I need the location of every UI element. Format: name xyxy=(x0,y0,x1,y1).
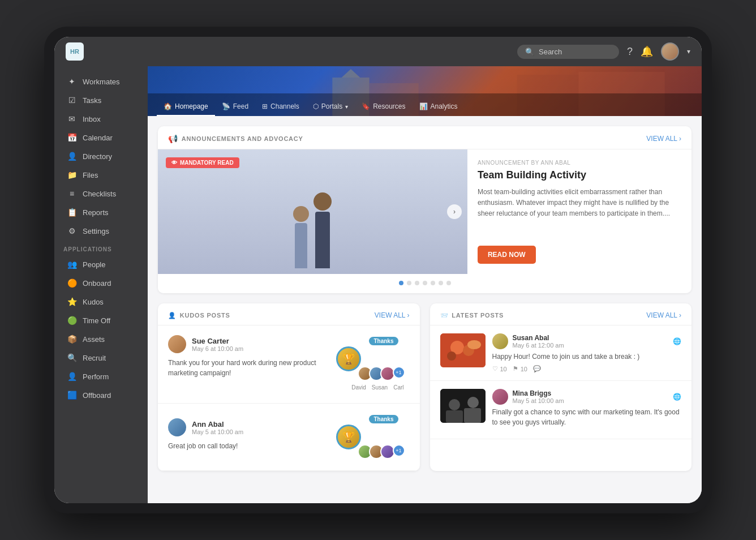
dot-3[interactable] xyxy=(415,281,419,285)
kudos-plus-1: +1 xyxy=(393,366,405,379)
sidebar-item-inbox[interactable]: ✉ Inbox xyxy=(58,110,144,128)
sidebar-item-settings[interactable]: ⚙ Settings xyxy=(58,222,144,240)
kudos-author-name-2: Ann Abal xyxy=(192,420,243,428)
heart-icon: ♡ xyxy=(492,365,498,372)
kudos-text-1: Thank you for your hard work during new … xyxy=(168,358,319,378)
kudos-text-2: Great job on call today! xyxy=(168,441,319,451)
svg-marker-1 xyxy=(342,69,360,78)
feed-icon: 📡 xyxy=(222,102,230,110)
kudos-author-info-1: Sue Carter May 6 at 10:00 am xyxy=(192,337,243,352)
mina-avatar xyxy=(492,389,508,405)
tab-homepage[interactable]: 🏠 Homepage xyxy=(157,98,215,116)
sidebar-item-assets[interactable]: 📦 Assets xyxy=(58,330,144,348)
latest-post-2: Mina Briggs May 5 at 10:00 am 🌐 Finally … xyxy=(430,381,692,439)
analytics-icon: 📊 xyxy=(419,102,428,110)
sidebar-label-inbox: Inbox xyxy=(83,115,101,123)
tab-analytics-label: Analytics xyxy=(431,102,458,110)
tab-channels[interactable]: ⊞ Channels xyxy=(255,98,306,116)
tab-analytics[interactable]: 📊 Analytics xyxy=(413,98,465,116)
user-avatar[interactable] xyxy=(661,42,679,61)
people-thumbnail xyxy=(440,389,486,423)
latest-posts-icon: 📨 xyxy=(440,312,449,319)
sidebar-item-onboard[interactable]: 🟠 Onboard xyxy=(58,274,144,292)
sidebar-label-calendar: Calendar xyxy=(83,134,113,142)
announcements-header: 📢 ANNOUNCEMENTS AND ADVOCACY VIEW ALL › xyxy=(158,126,691,149)
kudos-chevron-icon: › xyxy=(407,311,410,319)
sidebar-item-offboard[interactable]: 🟦 Offboard xyxy=(58,386,144,404)
person-body-1 xyxy=(295,223,307,268)
sidebar-item-workmates[interactable]: ✦ Workmates xyxy=(58,72,144,91)
sidebar-item-directory[interactable]: 👤 Directory xyxy=(58,147,144,165)
sidebar-label-perform: Perform xyxy=(83,372,109,381)
sidebar-label-checklists: Checklists xyxy=(83,190,116,198)
sidebar-item-kudos[interactable]: ⭐ Kudos xyxy=(58,293,144,311)
sidebar-label-files: Files xyxy=(83,171,98,179)
person-head-1 xyxy=(293,206,309,222)
top-bar-right: 🔍 Search ? 🔔 ▾ xyxy=(517,42,690,61)
dot-5[interactable] xyxy=(431,281,435,285)
susan-avatar xyxy=(492,333,508,349)
announcement-next-arrow[interactable]: › xyxy=(447,204,462,219)
read-now-button[interactable]: READ NOW xyxy=(478,246,536,264)
sidebar-item-tasks[interactable]: ☑ Tasks xyxy=(58,91,144,109)
sidebar-label-tasks: Tasks xyxy=(83,96,101,105)
sidebar-item-files[interactable]: 📁 Files xyxy=(58,166,144,184)
tab-portals[interactable]: ⬡ Portals ▾ xyxy=(306,98,355,116)
kudos-view-all[interactable]: VIEW ALL › xyxy=(375,311,410,319)
sidebar-item-people[interactable]: 👥 People xyxy=(58,255,144,273)
like-action-1[interactable]: ♡ 10 xyxy=(492,365,507,372)
sidebar-item-reports[interactable]: 📋 Reports xyxy=(58,203,144,221)
chevron-right-icon: › xyxy=(679,135,681,143)
search-icon: 🔍 xyxy=(525,48,534,56)
announcements-view-all[interactable]: VIEW ALL › xyxy=(646,135,681,143)
files-icon: 📁 xyxy=(67,170,77,179)
dot-1[interactable] xyxy=(399,281,403,285)
announcement-text: ANNOUNCEMENT BY ANN ABAL Team Building A… xyxy=(467,149,691,274)
offboard-icon: 🟦 xyxy=(67,391,77,400)
sidebar-item-timeoff[interactable]: 🟢 Time Off xyxy=(58,311,144,329)
dot-4[interactable] xyxy=(423,281,427,285)
chevron-down-icon[interactable]: ▾ xyxy=(687,48,690,55)
kudos-name-susan: Susan xyxy=(372,384,388,391)
globe-icon-2: 🌐 xyxy=(673,393,681,401)
kudos-name-carl: Carl xyxy=(393,384,403,391)
sidebar-item-checklists[interactable]: ≡ Checklists xyxy=(58,185,144,203)
checklists-icon: ≡ xyxy=(67,189,77,198)
kudos-author-info-2: Ann Abal May 5 at 10:00 am xyxy=(192,420,243,435)
people-svg xyxy=(440,389,486,423)
sidebar-item-recruit[interactable]: 🔍 Recruit xyxy=(58,349,144,367)
post-date-2: May 5 at 10:00 am xyxy=(513,397,564,404)
notifications-icon[interactable]: 🔔 xyxy=(641,45,653,58)
latest-posts-view-all[interactable]: VIEW ALL › xyxy=(646,311,681,319)
help-icon[interactable]: ? xyxy=(627,46,633,58)
workmates-icon: ✦ xyxy=(67,77,77,86)
tab-resources[interactable]: 🔖 Resources xyxy=(355,98,412,116)
kudos-post-left-1: Sue Carter May 6 at 10:00 am Thank you f… xyxy=(168,335,319,383)
hr-logo[interactable]: HR xyxy=(66,42,84,61)
tab-portals-label: Portals xyxy=(321,102,342,110)
kudos-date-2: May 5 at 10:00 am xyxy=(192,428,243,435)
tab-feed[interactable]: 📡 Feed xyxy=(215,98,255,116)
top-bar: HR 🔍 Search ? 🔔 ▾ xyxy=(54,37,702,66)
dot-2[interactable] xyxy=(407,281,411,285)
comment-action-1[interactable]: 💬 xyxy=(533,365,541,372)
sidebar-item-calendar[interactable]: 📅 Calendar xyxy=(58,128,144,147)
kudos-graphic-2: 🏆 Thanks +1 xyxy=(319,412,410,462)
sidebar-label-assets: Assets xyxy=(83,335,105,344)
dot-6[interactable] xyxy=(439,281,443,285)
channels-icon: ⊞ xyxy=(262,102,268,110)
kudos-author-row-2: Ann Abal May 5 at 10:00 am xyxy=(168,418,319,436)
post-author-1: Susan Abal xyxy=(513,334,564,342)
onboard-icon: 🟠 xyxy=(67,278,77,288)
sidebar-item-perform[interactable]: 👤 Perform xyxy=(58,367,144,385)
globe-icon-1: 🌐 xyxy=(673,337,681,345)
portals-dropdown-icon: ▾ xyxy=(345,104,348,110)
search-label: Search xyxy=(539,48,562,56)
kudos-name-david: David xyxy=(351,384,366,391)
search-bar[interactable]: 🔍 Search xyxy=(517,45,619,59)
announcement-content: 👁 MANDATORY READ › ANNOUNCEMENT BY ANN A… xyxy=(158,149,691,274)
dot-7[interactable] xyxy=(446,281,451,285)
post-text-2: Finally got a chance to sync with our ma… xyxy=(492,407,682,427)
flag-action-1[interactable]: ⚑ 10 xyxy=(513,365,527,372)
kudos-avatars-2: +1 xyxy=(358,444,405,459)
